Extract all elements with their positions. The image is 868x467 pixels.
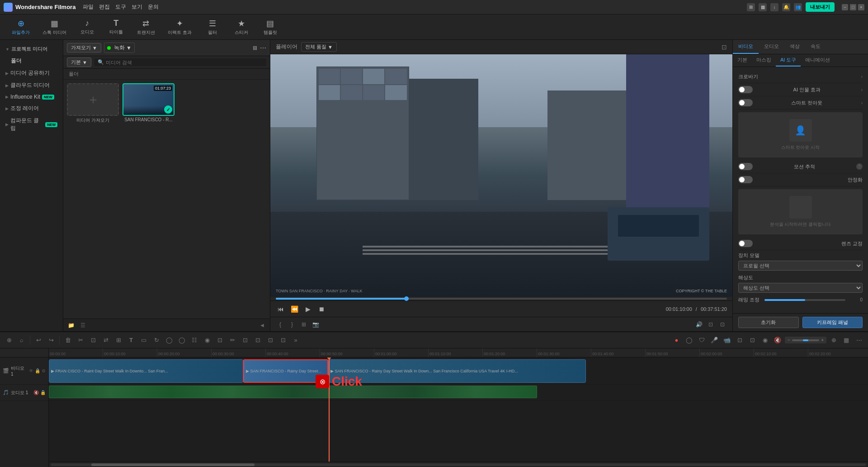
tl-flip-btn[interactable]: ⇄	[100, 335, 111, 346]
tab-audio[interactable]: 오디오	[759, 40, 784, 54]
fullscreen-icon[interactable]: ⊡	[722, 43, 727, 51]
more-options-icon[interactable]: ⋯	[260, 44, 266, 52]
toolbar-effect[interactable]: ✦ 이펙트 효과	[163, 17, 196, 38]
toolbar-transition[interactable]: ⇄ 트랜지션	[132, 17, 160, 38]
volume-btn[interactable]: 🔊	[694, 320, 703, 329]
tl-circle-dot-btn[interactable]: ●	[671, 335, 682, 346]
download-icon[interactable]: ↓	[770, 3, 778, 11]
profile-select[interactable]: 프로필 선택	[738, 261, 863, 271]
tl-lines-btn[interactable]: ☷	[189, 335, 200, 346]
audio-track-lock-btn[interactable]: 🔒	[40, 390, 46, 395]
layout-icon[interactable]: ▦	[759, 3, 767, 11]
tree-adjustment-layer[interactable]: ▶ 조정 레이어	[0, 102, 63, 114]
toolbar-filter[interactable]: ☰ 필터	[200, 17, 225, 38]
video-track-eye-btn[interactable]: 👁	[29, 368, 33, 373]
subtab-animation[interactable]: 애니메이션	[801, 54, 835, 67]
notification-icon[interactable]: 🔔	[782, 3, 790, 11]
toolbar-title[interactable]: T 타이틀	[104, 17, 129, 37]
tl-vol-btn[interactable]: 🔇	[772, 335, 783, 346]
skip-back-btn[interactable]: ⏮	[276, 304, 286, 314]
tl-r2-btn[interactable]: ⊡	[747, 335, 758, 346]
menu-view[interactable]: 보기	[132, 3, 142, 11]
subtab-basic[interactable]: 기본	[733, 54, 752, 67]
snapshot-btn[interactable]: 📷	[311, 320, 320, 329]
video-track-settings-btn[interactable]: ⚙	[42, 368, 46, 373]
audio-clip-1[interactable]	[49, 386, 537, 398]
keyframe-panel-btn[interactable]: 키프레임 패널	[802, 317, 863, 328]
tl-edit-btn[interactable]: ✏	[227, 335, 238, 346]
video-clip-2-selected[interactable]: ▶ SAN FRANCISCO - Rainy Day Street...	[243, 359, 328, 383]
tl-rotate-btn[interactable]: ↻	[151, 335, 162, 346]
tab-speed[interactable]: 속도	[805, 40, 826, 54]
in-point-btn[interactable]: {	[276, 320, 285, 329]
tl-add-btn[interactable]: ⊕	[4, 335, 14, 346]
playback-progress[interactable]	[276, 298, 727, 300]
tl-share-btn[interactable]: ⊡	[734, 335, 745, 346]
video-clip-3[interactable]: ▶ SAN FRANCISCO - Rainy Day Street Walk …	[328, 359, 586, 383]
tl-undo-btn[interactable]: ↩	[33, 335, 44, 346]
toolbar-sticker[interactable]: ★ 스티커	[229, 17, 254, 38]
tl-box3-btn[interactable]: ⊡	[265, 335, 276, 346]
audio-settings-btn[interactable]: ⊡	[706, 320, 715, 329]
maximize-button[interactable]: □	[850, 4, 856, 10]
tl-grid-btn[interactable]: ⊞	[113, 335, 124, 346]
toolbar-stock-media[interactable]: ▦ 스톡 미디어	[38, 17, 71, 38]
tl-split-btn[interactable]: ⊡	[214, 335, 225, 346]
ai-person-toggle[interactable]	[738, 86, 753, 93]
record-btn[interactable]: 녹화 ▼	[104, 43, 135, 53]
out-point-btn[interactable]: }	[288, 320, 297, 329]
community-icon[interactable]: 👥	[794, 3, 802, 11]
step-back-btn[interactable]: ⏪	[289, 304, 299, 314]
tl-text-btn[interactable]: T	[126, 335, 137, 346]
menu-tools[interactable]: 도구	[115, 3, 126, 11]
add-media-thumb[interactable]: ＋ 미디어 가져오기	[67, 83, 119, 315]
lens-toggle[interactable]	[738, 240, 753, 247]
stabilize-preview[interactable]: 분석을 시작하려면 클릭합니다	[738, 189, 863, 234]
video-track-lock-btn[interactable]: 🔒	[35, 368, 40, 373]
tl-delete-btn[interactable]: 🗑	[62, 335, 73, 346]
tl-box2-btn[interactable]: ⊡	[252, 335, 263, 346]
tl-more2-btn[interactable]: ⋯	[854, 335, 864, 346]
tl-redo-btn[interactable]: ↪	[46, 335, 57, 346]
video-thumb-1[interactable]: 01:07:23 ✓ SAN FRANCISCO - R...	[123, 83, 175, 315]
tab-video[interactable]: 비디오	[733, 40, 759, 54]
reset-btn[interactable]: 초기화	[738, 317, 799, 328]
tl-magnet-btn[interactable]: ⌕	[16, 335, 27, 346]
motion-tracking-toggle[interactable]	[738, 163, 753, 170]
progress-thumb[interactable]	[404, 296, 409, 301]
tree-cloud-media[interactable]: ▶ 클라우드 미디어	[0, 79, 63, 91]
tl-r1-btn[interactable]: ◯	[684, 335, 694, 346]
tl-box4-btn[interactable]: ⊡	[278, 335, 288, 346]
tl-box1-btn[interactable]: ⊡	[240, 335, 250, 346]
tree-media-share[interactable]: ▶ 미디어 공유하기	[0, 67, 63, 79]
monitor-icon[interactable]: ⊞	[747, 3, 755, 11]
view-mode-btn[interactable]: 기본 ▼	[67, 57, 91, 67]
smart-cutout-preview[interactable]: 👤 스마트 컷아웃 시작	[738, 112, 863, 157]
filter-settings-icon[interactable]: ⊞	[253, 45, 257, 51]
tl-rect-btn[interactable]: ▭	[138, 335, 149, 346]
tab-color[interactable]: 색상	[784, 40, 805, 54]
audio-track-mute-btn[interactable]: 🔇	[33, 390, 39, 395]
stabilize-toggle[interactable]	[738, 176, 753, 183]
subtab-masking[interactable]: 마스킹	[752, 54, 776, 67]
tree-compound-clip[interactable]: ▶ 컴파운드 클립 NEW	[0, 114, 63, 134]
tree-project-media[interactable]: ▼ 프로젝트 미디어	[0, 43, 63, 55]
list-icon[interactable]: ☰	[79, 321, 87, 329]
tl-plus-btn[interactable]: ⊕	[828, 335, 839, 346]
zoom-track[interactable]	[792, 339, 819, 341]
fit-btn[interactable]: ⊡	[718, 320, 727, 329]
menu-edit[interactable]: 편집	[99, 3, 110, 11]
tl-oval-btn[interactable]: ◯	[176, 335, 187, 346]
add-folder-icon[interactable]: 📁	[67, 321, 75, 329]
resolution-select[interactable]: 해상도 선택	[738, 283, 863, 293]
tree-influence-kit[interactable]: ▶ Influence Kit NEW	[0, 91, 63, 102]
hscroll-thumb[interactable]	[91, 463, 255, 466]
video-clip-1[interactable]: ▶ FRAN CISCO - Raint Day Street Walk In …	[49, 359, 243, 383]
close-button[interactable]: ×	[858, 4, 864, 10]
tl-crop-btn[interactable]: ⊡	[88, 335, 99, 346]
menu-misc[interactable]: 운의	[148, 3, 159, 11]
frame-adjust-track[interactable]	[764, 299, 845, 301]
stop-btn[interactable]: ⏹	[316, 304, 326, 314]
toolbar-audio[interactable]: ♪ 오디오	[75, 17, 100, 37]
tree-folder[interactable]: 폴더	[0, 55, 63, 67]
